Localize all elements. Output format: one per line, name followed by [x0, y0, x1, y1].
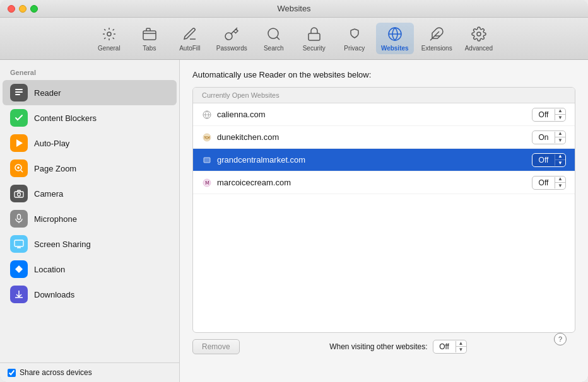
websites-table: Currently Open Websites calienna.com Off	[192, 87, 575, 333]
svg-point-2	[268, 28, 278, 38]
toolbar-item-websites[interactable]: Websites	[376, 23, 414, 54]
stepper-arrows-dunekitchen[interactable]: ▲ ▼	[555, 131, 565, 144]
stepper-arrows-grandcentral[interactable]: ▲ ▼	[555, 154, 565, 166]
svg-point-0	[107, 32, 111, 36]
share-checkbox[interactable]	[8, 369, 16, 377]
stepper-calienna[interactable]: Off ▲ ▼	[532, 108, 566, 122]
toolbar-label-extensions: Extensions	[421, 45, 452, 52]
downloads-icon	[10, 286, 28, 303]
close-button[interactable]	[8, 5, 15, 13]
other-websites-stepper[interactable]: Off ▲ ▼	[433, 340, 467, 354]
svg-marker-9	[16, 139, 23, 147]
stepper-grandcentral[interactable]: Off ▲ ▼	[532, 153, 566, 167]
row-control-grandcentral[interactable]: Off ▲ ▼	[532, 153, 566, 167]
stepper-down-grandcentral[interactable]: ▼	[555, 160, 565, 166]
stepper-dunekitchen[interactable]: On ▲ ▼	[532, 130, 566, 144]
search-icon	[265, 25, 283, 43]
toolbar-item-passwords[interactable]: Passwords	[211, 23, 252, 54]
stepper-arrows-marcoicecream[interactable]: ▲ ▼	[555, 177, 565, 189]
extensions-icon	[428, 25, 445, 43]
screen-sharing-icon	[10, 235, 28, 253]
sidebar-item-microphone[interactable]: Microphone	[0, 206, 179, 231]
sidebar-item-reader[interactable]: Reader	[3, 80, 177, 105]
stepper-up-marcoicecream[interactable]: ▲	[555, 177, 565, 183]
passwords-icon	[223, 25, 240, 43]
stepper-up-dunekitchen[interactable]: ▲	[555, 131, 565, 137]
sidebar-item-page-zoom[interactable]: Page Zoom	[0, 156, 179, 181]
toolbar-item-general[interactable]: General	[90, 23, 128, 54]
toolbar-item-privacy[interactable]: Privacy	[336, 23, 373, 54]
other-websites-arrows[interactable]: ▲ ▼	[456, 340, 466, 353]
toolbar-item-autofill[interactable]: AutoFill	[171, 23, 209, 54]
toolbar-item-tabs[interactable]: Tabs	[131, 23, 168, 54]
svg-rect-3	[309, 33, 320, 40]
stepper-down-marcoicecream[interactable]: ▼	[555, 183, 565, 189]
toolbar-item-security[interactable]: Security	[295, 23, 333, 54]
help-button[interactable]: ?	[554, 333, 567, 345]
sidebar-item-label-microphone: Microphone	[34, 214, 77, 224]
stepper-marcoicecream[interactable]: Off ▲ ▼	[532, 176, 566, 190]
bottom-row: Remove When visiting other websites: Off…	[192, 333, 575, 354]
stepper-down-dunekitchen[interactable]: ▼	[555, 137, 565, 144]
stepper-down-calienna[interactable]: ▼	[555, 115, 565, 121]
svg-text:🍽: 🍽	[204, 135, 209, 141]
other-websites-down[interactable]: ▼	[456, 347, 466, 353]
stepper-up-calienna[interactable]: ▲	[555, 108, 565, 115]
table-row[interactable]: grandcentralmarket.com Off ▲ ▼	[193, 149, 575, 171]
toolbar-label-general: General	[98, 45, 121, 52]
autofill-icon	[181, 25, 199, 43]
favicon-grandcentral	[202, 155, 212, 165]
sidebar-item-location[interactable]: Location	[0, 257, 179, 282]
sidebar-section-header: General	[0, 66, 179, 80]
svg-text:Ⅿ: Ⅿ	[205, 180, 209, 186]
minimize-button[interactable]	[19, 5, 26, 13]
svg-rect-6	[15, 89, 23, 90]
row-control-dunekitchen[interactable]: On ▲ ▼	[532, 130, 566, 144]
row-label-dunekitchen: dunekitchen.com	[217, 132, 532, 142]
maximize-button[interactable]	[30, 5, 38, 13]
sidebar-item-label-screen-sharing: Screen Sharing	[34, 240, 91, 249]
stepper-arrows-calienna[interactable]: ▲ ▼	[555, 108, 565, 121]
share-label: Share across devices	[20, 368, 92, 377]
toolbar: General Tabs AutoFill	[0, 18, 588, 60]
sidebar-item-auto-play[interactable]: Auto-Play	[0, 130, 179, 156]
svg-rect-13	[18, 214, 21, 219]
sidebar-item-downloads[interactable]: Downloads	[0, 282, 179, 307]
reader-icon	[10, 84, 28, 101]
toolbar-item-advanced[interactable]: Advanced	[460, 23, 498, 54]
toolbar-label-security: Security	[303, 45, 326, 52]
main-content: General Reader	[0, 60, 588, 382]
stepper-up-grandcentral[interactable]: ▲	[555, 154, 565, 160]
row-control-marcoicecream[interactable]: Off ▲ ▼	[532, 176, 566, 190]
sidebar-item-content-blockers[interactable]: Content Blockers	[0, 105, 179, 130]
toolbar-label-advanced: Advanced	[465, 45, 493, 52]
sidebar-item-screen-sharing[interactable]: Screen Sharing	[0, 231, 179, 257]
other-websites: When visiting other websites: Off ▲ ▼	[329, 340, 466, 354]
svg-rect-19	[204, 158, 210, 163]
row-label-grandcentral: grandcentralmarket.com	[217, 155, 532, 165]
location-icon	[10, 260, 28, 278]
svg-rect-7	[15, 91, 23, 93]
stepper-value-calienna: Off	[532, 109, 555, 120]
toolbar-item-search[interactable]: Search	[255, 23, 293, 54]
security-icon	[305, 25, 323, 43]
table-row[interactable]: Ⅿ marcoicecream.com Off ▲ ▼	[193, 171, 575, 194]
websites-icon	[386, 25, 404, 43]
remove-button[interactable]: Remove	[192, 339, 240, 354]
svg-marker-15	[15, 265, 23, 273]
sidebar-item-label-reader: Reader	[34, 88, 61, 98]
row-control-calienna[interactable]: Off ▲ ▼	[532, 108, 566, 122]
table-row[interactable]: calienna.com Off ▲ ▼	[193, 103, 575, 126]
favicon-marcoicecream: Ⅿ	[202, 178, 212, 188]
toolbar-label-autofill: AutoFill	[179, 45, 200, 52]
toolbar-item-extensions[interactable]: Extensions	[416, 23, 457, 54]
other-websites-label: When visiting other websites:	[329, 342, 427, 351]
table-row[interactable]: 🍽 dunekitchen.com On ▲ ▼	[193, 126, 575, 149]
other-websites-up[interactable]: ▲	[456, 340, 466, 347]
privacy-icon	[346, 25, 363, 43]
sidebar-item-label-page-zoom: Page Zoom	[34, 164, 76, 173]
sidebar-item-camera[interactable]: Camera	[0, 181, 179, 206]
toolbar-label-websites: Websites	[381, 45, 409, 52]
page-zoom-icon	[10, 159, 28, 177]
row-label-marcoicecream: marcoicecream.com	[217, 178, 532, 187]
